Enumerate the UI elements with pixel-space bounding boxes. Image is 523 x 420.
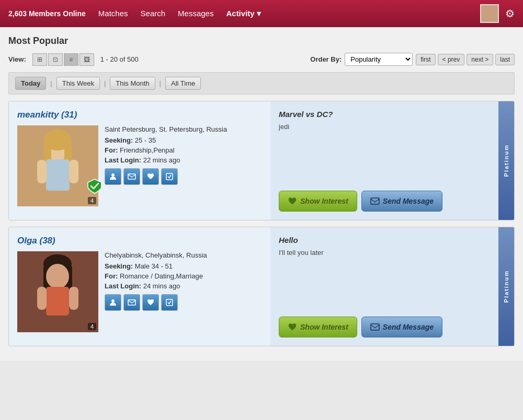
photo-count-olga: 4	[88, 323, 96, 330]
first-page-btn[interactable]: first	[416, 54, 435, 65]
show-interest-btn-olga[interactable]: Show Interest	[279, 317, 357, 337]
view-grid-small[interactable]: ⊞	[32, 53, 47, 66]
message-btn-olga[interactable]	[123, 294, 140, 311]
svg-rect-20	[69, 287, 78, 310]
for-value-olga: Romance / Dating,Marriage	[120, 272, 203, 280]
show-interest-btn-meankitty[interactable]: Show Interest	[279, 191, 357, 212]
lastlogin-label: Last Login:	[105, 156, 141, 164]
prev-page-btn[interactable]: < prev	[438, 54, 465, 65]
profile-card-meankitty: meankitty (31)	[8, 101, 515, 220]
filter-all-time[interactable]: All Time	[165, 77, 201, 90]
main-content: Most Popular View: ⊞ ⊡ ≡ 🖼 1 - 20 of 500…	[0, 27, 523, 361]
checklist-btn-olga[interactable]	[161, 294, 178, 311]
heart-btn-icon	[288, 196, 297, 206]
photo-wrapper-olga: 4	[17, 251, 98, 332]
profile-photo-meankitty[interactable]	[17, 125, 98, 206]
seeking-label: Seeking:	[105, 136, 133, 144]
message-btn-meankitty[interactable]	[123, 168, 140, 185]
svg-rect-22	[128, 300, 135, 305]
view-label: View:	[8, 55, 26, 63]
svg-rect-10	[166, 173, 173, 180]
lastlogin-value-olga: 24 mins ago	[143, 282, 180, 290]
send-message-label-meankitty: Send Message	[383, 197, 434, 205]
lastlogin-row-olga: Last Login: 24 mins ago	[105, 282, 262, 290]
toolbar: View: ⊞ ⊡ ≡ 🖼 1 - 20 of 500 Order By: Po…	[8, 53, 515, 66]
nav-messages[interactable]: Messages	[178, 7, 213, 20]
nav-matches[interactable]: Matches	[98, 7, 128, 20]
for-row-olga: For: Romance / Dating,Marriage	[105, 272, 262, 280]
person-icon	[109, 172, 117, 181]
seeking-row-olga: Seeking: Male 34 - 51	[105, 262, 262, 270]
action-icons-meankitty	[105, 168, 262, 185]
seeking-label-olga: Seeking:	[105, 262, 133, 270]
profile-details-olga: Chelyabinsk, Chelyabinsk, Russia Seeking…	[105, 251, 262, 332]
view-list[interactable]: ≡	[64, 53, 78, 66]
checklist-icon-olga	[165, 298, 174, 307]
question-title-meankitty: Marvel vs DC?	[279, 110, 490, 119]
favorite-btn-olga[interactable]	[142, 294, 159, 311]
time-filter-bar: Today | This Week | This Month | All Tim…	[8, 72, 515, 95]
send-message-btn-olga[interactable]: Send Message	[361, 317, 442, 337]
show-interest-label-meankitty: Show Interest	[300, 197, 348, 205]
favorite-btn-meankitty[interactable]	[142, 168, 159, 185]
photo-count-meankitty: 4	[88, 197, 96, 204]
order-select[interactable]: Popularity Age Distance Last Login	[345, 53, 413, 66]
nav-activity[interactable]: Activity ▾	[226, 7, 260, 20]
filter-this-week[interactable]: This Week	[56, 77, 100, 90]
view-photo[interactable]: 🖼	[79, 53, 94, 66]
svg-rect-9	[128, 174, 135, 179]
platinum-ribbon-olga: Platinum	[498, 227, 514, 346]
question-section-meankitty: Marvel vs DC? jedi	[279, 110, 490, 131]
card-buttons-olga: Show Interest Send Message	[279, 317, 490, 337]
last-page-btn[interactable]: last	[495, 54, 515, 65]
card-left-olga: Olga (38)	[9, 227, 270, 346]
view-icons: ⊞ ⊡ ≡ 🖼	[32, 53, 94, 66]
pagination: first < prev next > last	[416, 54, 515, 65]
verified-shield-meankitty	[87, 178, 103, 194]
profile-photo-olga[interactable]	[17, 251, 98, 332]
message-btn-icon	[370, 196, 380, 206]
question-answer-olga: I'll tell you later	[279, 249, 490, 256]
send-message-btn-meankitty[interactable]: Send Message	[361, 191, 442, 212]
profile-card-olga: Olga (38)	[8, 227, 515, 346]
svg-point-17	[46, 264, 69, 289]
svg-point-8	[111, 173, 115, 177]
header-right: ⚙	[480, 4, 515, 23]
message-icon	[128, 172, 136, 181]
view-profile-btn-olga[interactable]	[105, 294, 121, 311]
photo-area-olga: 4 Chelyabinsk, Chelyabinsk, Russia Seeki…	[17, 251, 262, 332]
question-title-olga: Hello	[279, 236, 490, 244]
photo-wrapper-meankitty: 4	[17, 125, 98, 206]
svg-rect-24	[371, 324, 379, 330]
photo-area-meankitty: 4 Saint Petersburg, St. Petersburg, Russ…	[17, 125, 262, 206]
lastlogin-row-meankitty: Last Login: 22 mins ago	[105, 156, 262, 164]
user-avatar[interactable]	[480, 4, 499, 23]
platinum-text-meankitty: Platinum	[503, 144, 509, 177]
profile-name-meankitty[interactable]: meankitty (31)	[17, 110, 262, 120]
filter-this-month[interactable]: This Month	[110, 77, 155, 90]
filter-today[interactable]: Today	[15, 77, 46, 90]
checklist-btn-meankitty[interactable]	[161, 168, 178, 185]
view-profile-btn-meankitty[interactable]	[105, 168, 121, 185]
page-count: 1 - 20 of 500	[100, 55, 139, 63]
person-icon-olga	[109, 298, 117, 307]
svg-rect-11	[371, 198, 379, 204]
svg-rect-6	[37, 160, 47, 183]
order-label: Order By:	[310, 55, 342, 63]
svg-point-21	[111, 299, 115, 302]
card-right-olga: Hello I'll tell you later Show Interest …	[270, 227, 498, 346]
view-grid-medium[interactable]: ⊡	[48, 53, 63, 66]
photo-svg-meankitty	[17, 125, 98, 206]
profile-city-olga: Chelyabinsk, Chelyabinsk, Russia	[105, 251, 262, 259]
for-label: For:	[105, 146, 118, 154]
next-page-btn[interactable]: next >	[467, 54, 493, 65]
platinum-ribbon-meankitty: Platinum	[498, 101, 514, 220]
for-value-meankitty: Friendship,Penpal	[120, 146, 175, 154]
svg-rect-23	[166, 299, 173, 306]
lastlogin-value-meankitty: 22 mins ago	[143, 156, 180, 164]
profile-name-olga[interactable]: Olga (38)	[17, 236, 262, 246]
card-right-meankitty: Marvel vs DC? jedi Show Interest Send Me…	[270, 101, 498, 220]
nav-search[interactable]: Search	[141, 7, 166, 20]
settings-icon[interactable]: ⚙	[505, 7, 515, 20]
seeking-value-meankitty: 25 - 35	[135, 136, 156, 144]
